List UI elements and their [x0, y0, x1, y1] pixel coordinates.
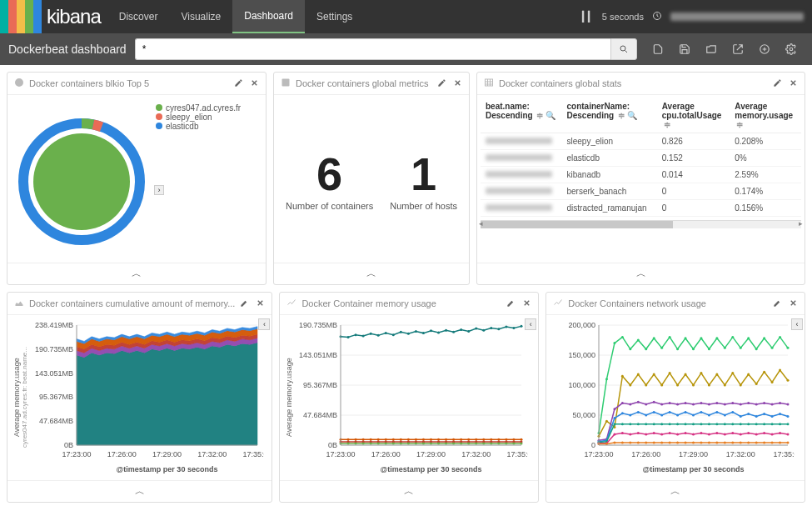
svg-point-130: [422, 442, 425, 444]
search-icon: [619, 44, 629, 54]
chevron-up-icon[interactable]: ︿: [366, 267, 376, 281]
sort-icon: ≑: [618, 111, 625, 120]
svg-point-283: [763, 423, 765, 425]
svg-text:95.367MB: 95.367MB: [39, 393, 73, 401]
chevron-up-icon[interactable]: ︿: [135, 484, 145, 498]
svg-point-202: [716, 373, 719, 376]
legend-item[interactable]: sleepy_elion: [156, 113, 259, 122]
close-icon[interactable]: [522, 298, 531, 309]
share-icon[interactable]: [732, 43, 744, 55]
legend-collapse-icon[interactable]: ‹: [258, 318, 270, 330]
scrollbar-thumb[interactable]: [481, 221, 673, 228]
horizontal-scrollbar[interactable]: ◂ ▸: [481, 220, 801, 228]
svg-point-216: [630, 403, 632, 406]
close-icon[interactable]: [250, 78, 259, 89]
svg-point-60: [461, 328, 463, 331]
svg-point-50: [385, 332, 387, 334]
col-container[interactable]: containerName: Descending ≑ 🔍: [561, 98, 656, 133]
line-chart: 050,000100,000150,000200,00017:23:0017:2…: [553, 318, 795, 477]
chevron-up-icon[interactable]: ︿: [132, 267, 142, 281]
col-cpu[interactable]: Average cpu.totalUsage≑: [657, 98, 730, 133]
svg-point-239: [614, 417, 616, 419]
table-row[interactable]: distracted_ramanujan00.156%: [481, 200, 801, 217]
save-icon[interactable]: [679, 43, 690, 55]
svg-point-304: [731, 432, 734, 434]
legend-collapse-icon[interactable]: ‹: [791, 318, 803, 330]
metric-icon: [281, 78, 291, 89]
svg-point-200: [700, 372, 703, 374]
stats-table: beat.name: Descending ≑ 🔍 containerName:…: [481, 98, 801, 217]
edit-icon[interactable]: [506, 298, 516, 309]
chevron-up-icon[interactable]: ︿: [670, 484, 680, 498]
svg-text:0: 0: [591, 441, 595, 449]
search-button[interactable]: [610, 38, 637, 60]
svg-point-257: [755, 415, 758, 418]
pause-icon[interactable]: ▎▎: [582, 11, 594, 23]
edit-icon[interactable]: [437, 78, 446, 89]
nav-dashboard[interactable]: Dashboard: [232, 0, 305, 33]
col-mem[interactable]: Average memory.usage≑: [730, 98, 801, 133]
close-icon[interactable]: [789, 78, 798, 89]
svg-point-332: [755, 442, 758, 444]
svg-text:17:32:00: 17:32:00: [462, 450, 491, 458]
edit-icon[interactable]: [773, 298, 782, 309]
svg-point-233: [763, 402, 765, 404]
chevron-up-icon[interactable]: ︿: [636, 267, 646, 281]
logo[interactable]: kibana: [0, 0, 107, 33]
table-row[interactable]: berserk_banach00.174%: [481, 183, 801, 200]
svg-point-45: [347, 336, 350, 338]
table-row[interactable]: sleepy_elion0.8260.208%: [481, 133, 801, 150]
legend-collapse-icon[interactable]: ‹: [525, 318, 536, 330]
nav-visualize[interactable]: Visualize: [169, 0, 232, 33]
close-icon[interactable]: [453, 78, 462, 89]
svg-point-198: [685, 373, 687, 376]
refresh-interval[interactable]: 5 seconds: [602, 12, 644, 22]
panel-title: Docker containers global metrics: [296, 78, 432, 88]
gear-icon[interactable]: [785, 43, 797, 55]
open-icon[interactable]: [705, 43, 717, 55]
svg-point-268: [645, 423, 647, 425]
add-icon[interactable]: [759, 43, 770, 55]
new-icon[interactable]: [652, 43, 664, 55]
svg-point-195: [660, 384, 663, 387]
close-icon[interactable]: [256, 298, 265, 309]
svg-point-334: [771, 442, 774, 444]
table-row[interactable]: elasticdb0.1520%: [481, 150, 801, 167]
edit-icon[interactable]: [240, 298, 249, 309]
svg-point-175: [700, 337, 703, 339]
svg-point-83: [445, 438, 447, 441]
clock-icon[interactable]: [652, 11, 662, 23]
svg-point-66: [506, 326, 508, 328]
search-input[interactable]: [135, 38, 610, 60]
svg-point-48: [370, 333, 372, 335]
chevron-up-icon[interactable]: ︿: [404, 484, 414, 498]
edit-icon[interactable]: [773, 78, 782, 89]
svg-point-305: [740, 433, 742, 436]
svg-point-183: [763, 337, 765, 339]
svg-point-234: [771, 403, 774, 406]
close-icon[interactable]: [789, 298, 798, 309]
svg-point-54: [415, 330, 417, 333]
dashboard-title: Dockerbeat dashboard: [8, 43, 127, 56]
search-icon[interactable]: 🔍: [627, 111, 637, 120]
legend-collapse-icon[interactable]: ›: [154, 185, 164, 195]
edit-icon[interactable]: [234, 78, 243, 89]
svg-rect-6: [282, 79, 290, 87]
legend-item[interactable]: cyres047.ad.cyres.fr: [156, 103, 259, 113]
svg-point-249: [692, 414, 695, 417]
table-row[interactable]: kibanadb0.0142.59%: [481, 167, 801, 183]
col-beat[interactable]: beat.name: Descending ≑ 🔍: [481, 98, 561, 133]
search-icon[interactable]: 🔍: [545, 111, 555, 120]
svg-point-199: [692, 384, 695, 387]
legend-item[interactable]: elasticdb: [156, 122, 259, 131]
nav-discover[interactable]: Discover: [107, 0, 170, 33]
svg-point-292: [637, 432, 640, 434]
svg-point-221: [669, 402, 671, 404]
svg-point-57: [437, 331, 440, 333]
svg-point-286: [787, 423, 790, 425]
dashboard-row-1: Docker containers blkio Top 5 ›: [0, 65, 812, 292]
panel-title: Docker containers cumulative amount of m…: [29, 298, 235, 308]
nav-settings[interactable]: Settings: [305, 0, 364, 33]
line-icon: [286, 298, 296, 309]
metric-label: Number of hosts: [390, 201, 457, 211]
